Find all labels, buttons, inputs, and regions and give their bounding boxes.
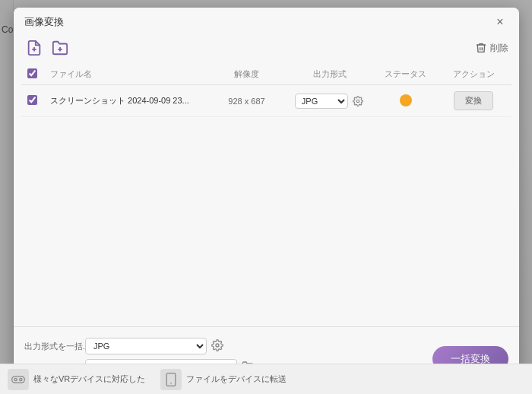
- vr-icon: [11, 372, 26, 387]
- dock-item-vr[interactable]: 様々なVRデバイスに対応した: [8, 369, 145, 390]
- modal-dialog: 画像変換 ×: [14, 8, 519, 388]
- dock-item-transfer[interactable]: ファイルをデバイスに転送: [160, 369, 287, 390]
- delete-button[interactable]: 削除: [475, 42, 508, 55]
- svg-rect-9: [166, 373, 176, 386]
- bottom-dock: 様々なVRデバイスに対応した ファイルをデバイスに転送: [0, 364, 532, 394]
- row-format-cell: JPGPNGBMPGIFTIFFWEBP: [284, 85, 375, 117]
- col-header-format: 出力形式: [284, 64, 375, 85]
- status-indicator: [400, 94, 412, 106]
- modal-title: 画像変換: [24, 15, 64, 29]
- format-settings-button[interactable]: [211, 339, 223, 354]
- svg-point-7: [14, 378, 17, 380]
- col-header-action: アクション: [436, 64, 511, 85]
- row-filename: スクリーンショット 2024-09-09 23...: [44, 85, 209, 117]
- row-checkbox-cell: [21, 85, 44, 117]
- settings-icon: [211, 339, 223, 351]
- dock-transfer-label: ファイルをデバイスに転送: [186, 373, 287, 385]
- row-checkbox[interactable]: [27, 95, 37, 105]
- col-header-resolution: 解像度: [209, 64, 284, 85]
- close-icon: ×: [496, 15, 503, 29]
- file-table-body: スクリーンショット 2024-09-09 23...928 x 687JPGPN…: [21, 85, 511, 117]
- add-folder-icon: [52, 40, 68, 56]
- svg-rect-6: [12, 376, 25, 382]
- row-convert-button[interactable]: 変換: [454, 91, 493, 110]
- footer-format-wrapper: JPGPNGBMPGIFTIFFWEBP: [85, 338, 432, 354]
- row-status-cell: [375, 85, 436, 117]
- format-label: 出力形式を一括...: [24, 341, 85, 352]
- row-format-settings-button[interactable]: [351, 94, 365, 108]
- row-format-select[interactable]: JPGPNGBMPGIFTIFFWEBP: [295, 94, 348, 109]
- toolbar-left: [24, 38, 70, 58]
- convert-all-label: 一括変換: [451, 353, 490, 364]
- col-header-checkbox: [21, 64, 44, 85]
- file-table: ファイル名 解像度 出力形式 ステータス アクション スクリーンショット 202…: [21, 64, 511, 117]
- col-header-filename: ファイル名: [44, 64, 209, 85]
- svg-point-5: [216, 344, 219, 347]
- modal-close-button[interactable]: ×: [492, 14, 508, 30]
- row-resolution: 928 x 687: [209, 85, 284, 117]
- format-select-all[interactable]: JPGPNGBMPGIFTIFFWEBP: [85, 338, 207, 354]
- trash-icon: [475, 42, 487, 54]
- col-header-status: ステータス: [375, 64, 436, 85]
- add-file-icon: [26, 40, 43, 56]
- dock-vr-icon: [8, 369, 29, 390]
- row-action-cell: 変換: [436, 85, 511, 117]
- dock-vr-label: 様々なVRデバイスに対応した: [33, 373, 145, 385]
- add-folder-button[interactable]: [50, 38, 70, 58]
- dock-transfer-icon: [160, 369, 182, 390]
- footer-format-row: 出力形式を一括... JPGPNGBMPGIFTIFFWEBP: [24, 338, 432, 354]
- svg-point-8: [20, 378, 22, 380]
- add-file-button[interactable]: [24, 38, 44, 58]
- table-row: スクリーンショット 2024-09-09 23...928 x 687JPGPN…: [21, 85, 511, 117]
- svg-point-4: [356, 100, 359, 103]
- table-header-row: ファイル名 解像度 出力形式 ステータス アクション: [21, 64, 511, 85]
- transfer-icon: [163, 372, 179, 387]
- select-all-checkbox[interactable]: [27, 68, 37, 78]
- delete-label: 削除: [490, 42, 508, 55]
- modal-toolbar: 削除: [14, 35, 519, 64]
- modal-titlebar: 画像変換 ×: [14, 8, 519, 35]
- file-table-container: ファイル名 解像度 出力形式 ステータス アクション スクリーンショット 202…: [14, 64, 519, 326]
